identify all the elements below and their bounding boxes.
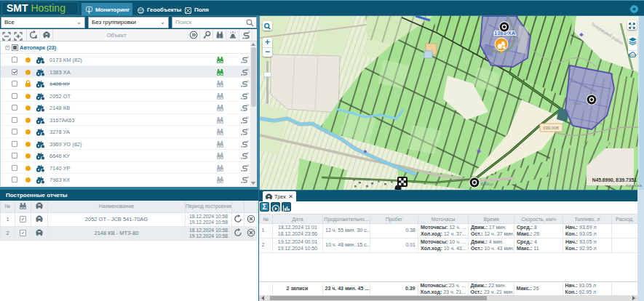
svg-text:24: 24	[247, 104, 249, 107]
svg-text:24: 24	[247, 68, 249, 71]
svg-text:24: 24	[248, 31, 250, 33]
svg-text:анский: анский	[508, 39, 520, 43]
svg-text:24: 24	[247, 164, 249, 167]
svg-text:24: 24	[247, 140, 249, 143]
svg-text:24: 24	[247, 176, 249, 179]
svg-text:039.008: 039.008	[543, 126, 559, 130]
svg-text:24: 24	[247, 92, 249, 95]
svg-text:Газь: Газь	[573, 101, 581, 105]
svg-text:24: 24	[247, 116, 249, 119]
svg-text:24: 24	[247, 80, 249, 83]
svg-text:24: 24	[247, 152, 249, 155]
svg-text:Бейсуг: Бейсуг	[481, 182, 493, 186]
svg-text:24: 24	[247, 128, 249, 131]
svg-text:24: 24	[247, 56, 249, 59]
